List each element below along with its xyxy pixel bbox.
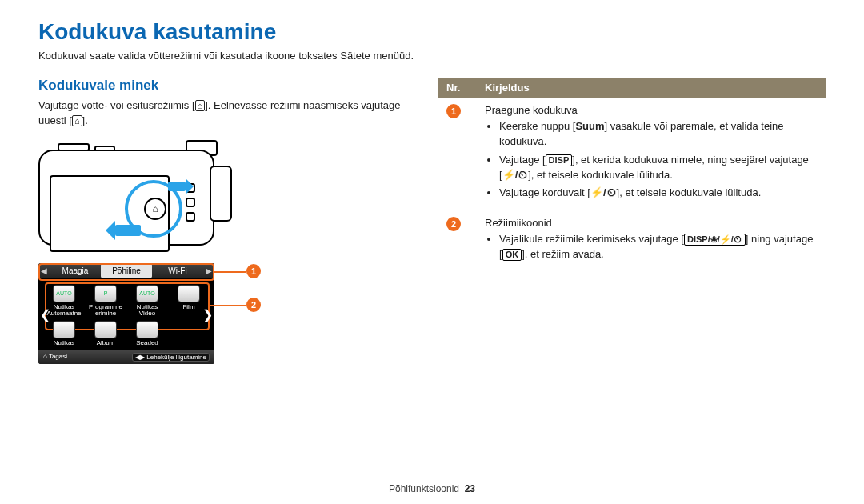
flash-timer-icon: ⚡/⏲ xyxy=(590,186,617,198)
col-header-desc: Kirjeldus xyxy=(477,78,826,98)
home-screen-mockup: 1 2 ◀ Maagia Põhiline Wi-Fi ▶ ❮ ❯ AUTONu… xyxy=(38,263,246,364)
description-table: Nr. Kirjeldus 1 Praegune kodukuva Keerak… xyxy=(438,78,826,272)
page-prev[interactable]: ❮ xyxy=(40,306,50,322)
section-heading: Kodukuvale minek xyxy=(38,78,406,94)
row2-bullet1: Vajalikule režiimile kerimiseks vajutage… xyxy=(499,232,818,262)
mode-smart-auto[interactable]: AUTONutikasAutomaatne xyxy=(45,285,83,318)
page-next[interactable]: ❯ xyxy=(202,306,213,322)
mode-smart[interactable]: Nutikas xyxy=(45,321,83,347)
home-icon: ⌂ xyxy=(43,353,47,360)
back-label[interactable]: Tagasi xyxy=(49,353,67,360)
mode-settings[interactable]: Seaded xyxy=(128,321,166,347)
callout-number-1: 1 xyxy=(246,264,261,278)
flash-timer-icon: ⚡/⏲ xyxy=(502,169,529,181)
callout-number-2: 2 xyxy=(246,298,261,312)
page-title: Kodukuva kasutamine xyxy=(38,19,826,45)
ok-key: OK xyxy=(502,249,522,261)
page-footer: Põhifunktsioonid 23 xyxy=(0,483,864,494)
mode-program[interactable]: PProgrammeerimine xyxy=(86,285,125,318)
row2-title: Režiimiikoonid xyxy=(485,217,818,229)
row-number-2: 2 xyxy=(446,217,461,231)
mode-album[interactable]: Album xyxy=(86,321,125,347)
intro-text: Kodukuval saate valida võtterežiimi või … xyxy=(38,50,826,62)
arrow-left-icon xyxy=(115,225,141,236)
table-row: 1 Praegune kodukuva Keerake nuppu [Suum]… xyxy=(438,98,826,210)
nav-keys: DISP/❀/⚡/⏲ xyxy=(684,234,746,246)
callout-line xyxy=(210,305,246,306)
row1-bullet3: Vajutage korduvalt [⚡/⏲], et teisele kod… xyxy=(499,186,818,201)
ui-footer: ⌂ Tagasi ◀▶ Lehekülje liigutamine xyxy=(38,350,214,364)
home-icon: ⌂ xyxy=(195,100,206,111)
disp-key: DISP xyxy=(546,154,573,166)
mode-smart-video[interactable]: AUTONutikasVideo xyxy=(128,285,166,318)
arrow-right-icon xyxy=(168,182,186,191)
row1-bullet2: Vajutage [DISP], et kerida kodukuva nime… xyxy=(499,153,818,183)
row1-title: Praegune kodukuva xyxy=(485,104,818,116)
callout-line xyxy=(214,271,246,273)
instruction-paragraph: Vajutage võtte- või esitusrežiimis [⌂]. … xyxy=(38,98,406,129)
row-number-1: 1 xyxy=(446,104,461,118)
row1-bullet1: Keerake nuppu [Suum] vasakule või parema… xyxy=(499,119,818,150)
page-move-hint: ◀▶ Lehekülje liigutamine xyxy=(132,353,210,362)
mode-icon-grid: ❮ ❯ AUTONutikasAutomaatne PProgrammeerim… xyxy=(38,278,214,350)
col-header-nr: Nr. xyxy=(438,78,477,98)
table-row: 2 Režiimiikoonid Vajalikule režiimile ke… xyxy=(438,210,826,272)
home-button-on-camera: ⌂ xyxy=(144,198,166,220)
camera-illustration: ⌂ xyxy=(38,135,406,255)
home-icon: ⌂ xyxy=(72,115,82,126)
